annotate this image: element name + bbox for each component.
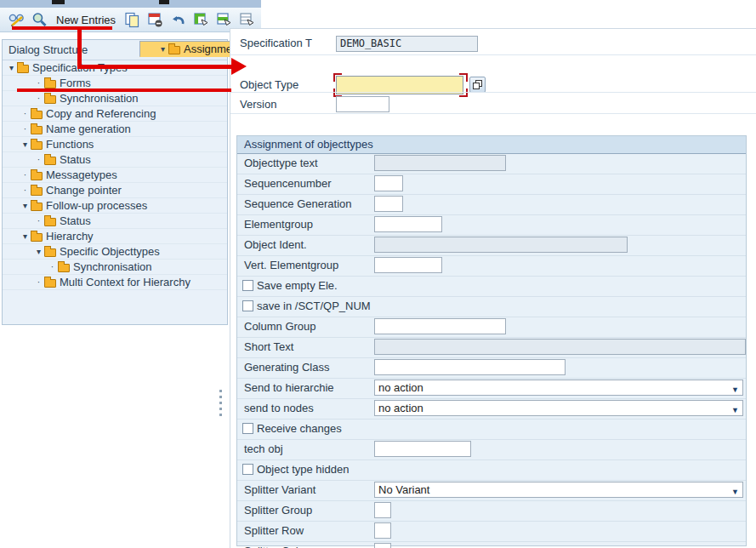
leaf-bullet-icon: · [20,183,31,197]
leaf-bullet-icon: · [33,152,44,167]
tree-item[interactable]: ▾Specific Objecttypes [3,244,227,260]
form-row: save in /SCT/QP_NUM [237,297,746,317]
annotation-underline-assignment [17,88,231,92]
splitter-row-input[interactable] [374,522,391,539]
splitter-column-input[interactable] [374,543,391,548]
folder-icon [44,248,56,257]
tree-item[interactable]: ·Synchronisation [3,91,227,106]
version-input[interactable] [336,96,389,112]
send-to-hierarchie-label: Send to hierarchie [244,379,334,397]
dialog-structure-panel: Dialog Structure ▾Specification Types▾As… [2,39,228,325]
leaf-bullet-icon: · [47,260,58,274]
splitter-column-label: Splitter Column [244,542,320,548]
object-type-hidden-checkbox[interactable] [242,464,253,475]
folder-icon [44,80,56,88]
tree-item-label: Multi Context for Hierarchy [60,275,190,289]
folder-icon [31,141,43,150]
form-row: tech obj [237,440,746,460]
detail-form-panel: Specification T DEMO_BASIC Object Type V… [230,28,756,548]
copy-selected-entries-icon[interactable] [214,10,233,29]
checkbox-label: save in /SCT/QP_NUM [257,297,371,316]
expanded-triangle-icon[interactable]: ▾ [6,60,17,75]
column-group-label: Column Group [244,317,316,336]
form-row: Splitter VariantNo Variant▼ [237,481,746,501]
object-ident-label: Object Ident. [244,236,307,254]
object-type-label: Object Type [240,78,298,91]
tree-item[interactable]: ▾Hierarchy [3,229,227,244]
assignment-of-objecttypes-section: Assignment of objecttypes Objecttype tex… [236,135,747,546]
panel-splitter-handle[interactable] [219,390,224,419]
generating-class-input[interactable] [374,359,566,375]
splitter-row-label: Splitter Row [244,522,304,540]
elementgroup-input[interactable] [374,216,442,232]
tree-item-label: Synchronisation [60,91,139,106]
expanded-triangle-icon[interactable]: ▾ [157,42,168,56]
value-help-icon[interactable] [469,77,486,93]
expanded-triangle-icon[interactable]: ▾ [20,198,31,213]
divider [230,54,756,55]
copy-entries-icon[interactable] [191,10,210,29]
tree-item[interactable]: ▾Follow-up processes [3,198,227,214]
tree-item[interactable]: ·Messagetypes [3,168,227,183]
form-row: Sequencenumber [237,174,746,195]
send-to-hierarchie-dropdown[interactable]: no action▼ [374,380,743,396]
objecttype-text-label: Objecttype text [244,154,318,173]
vert-elementgroup-input[interactable] [374,257,442,273]
copy-retain-entries-icon[interactable] [237,10,256,29]
copy-all-icon[interactable] [122,10,141,29]
splitter-variant-dropdown[interactable]: No Variant▼ [374,482,743,498]
tree-item[interactable]: ·Copy and Referencing [3,106,227,122]
undo-icon[interactable] [168,10,187,29]
tree-item[interactable]: ·Status [3,152,227,168]
divider [230,92,756,93]
sequence-generation-input[interactable] [374,196,403,212]
tree-item-label: Status [60,152,91,167]
form-row: Splitter Group [237,501,746,522]
tech-obj-input[interactable] [374,441,471,457]
expanded-triangle-icon[interactable]: ▾ [20,229,31,243]
form-row: Sequence Generation [237,195,746,215]
object-type-focus-area [333,73,468,97]
annotation-arrowhead-icon [231,58,247,75]
form-row: Column Group [237,317,746,338]
tree-item[interactable]: ▾Functions [3,137,227,152]
tree-item[interactable]: ·Multi Context for Hierarchy [3,275,227,290]
form-row: Vert. Elementgroup [237,256,746,277]
checkbox-label: Save empty Ele. [257,277,338,295]
folder-icon [44,218,56,226]
delete-line-icon[interactable] [145,10,164,29]
tree-item-label: Change pointer [46,183,122,197]
save-empty-ele-checkbox[interactable] [242,280,253,291]
receive-changes-checkbox[interactable] [242,423,253,434]
form-row: Generating Class [237,358,746,379]
tree-item[interactable]: ·Synchronisation [3,260,227,275]
dropdown-value: no action [378,381,423,394]
tree-item[interactable]: ·Status [3,214,227,229]
elementgroup-label: Elementgroup [244,215,313,234]
chevron-down-icon: ▼ [731,383,739,397]
cropped-title-band [0,0,261,8]
tree-item-label: Messagetypes [46,168,117,182]
tree-item[interactable]: ·Name generation [3,122,227,137]
checkbox-label: Receive changes [257,420,342,438]
tree-item[interactable]: ·Change pointer [3,183,227,198]
column-group-input[interactable] [374,318,506,334]
new-entries-button[interactable]: New Entries [56,14,116,26]
vert-elementgroup-label: Vert. Elementgroup [244,256,338,275]
sequencenumber-input[interactable] [374,175,403,191]
expanded-triangle-icon[interactable]: ▾ [33,244,44,259]
sequence-generation-label: Sequence Generation [244,195,351,214]
form-row: Object Ident. [237,236,746,256]
send-to-nodes-dropdown[interactable]: no action▼ [374,400,743,416]
leaf-bullet-icon: · [20,122,31,136]
tree-item-label: Follow-up processes [46,198,147,213]
expanded-triangle-icon[interactable]: ▾ [20,137,31,151]
splitter-group-input[interactable] [374,502,391,518]
folder-icon [58,264,70,272]
save-in-sct-qp-num-checkbox[interactable] [242,300,253,311]
folder-icon [17,65,29,73]
form-row: Elementgroup [237,215,746,236]
objecttype-text-field [374,155,506,171]
short-text-label: Short Text [244,338,293,357]
leaf-bullet-icon: · [33,91,44,106]
